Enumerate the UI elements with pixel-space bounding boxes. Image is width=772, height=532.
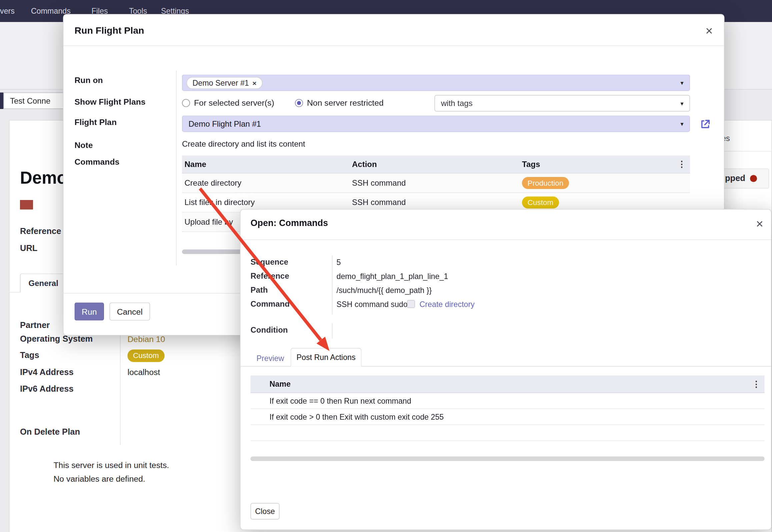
create-directory-link[interactable]: Create directory xyxy=(420,300,475,309)
col-tags[interactable]: Tags xyxy=(522,160,678,169)
tab-general-label: General xyxy=(29,279,58,288)
label-column-divider xyxy=(176,71,177,266)
col-name[interactable]: Name xyxy=(270,380,752,389)
chevron-down-icon[interactable]: ▾ xyxy=(680,100,683,106)
server-chip-label: Demo Server #1 xyxy=(193,78,249,87)
modal-header-divider xyxy=(64,46,724,46)
toolbar-button-edge[interactable] xyxy=(0,93,4,109)
partner-label: Partner xyxy=(20,321,50,331)
flight-plan-select[interactable]: Demo Flight Plan #1 ▾ xyxy=(182,116,690,132)
kebab-menu-icon[interactable]: ⋮ xyxy=(752,379,765,389)
radio-selected-servers[interactable] xyxy=(182,99,190,107)
operating-system-label: Operating System xyxy=(20,334,93,344)
sequence-value: 5 xyxy=(337,258,341,267)
command-value: SSH command sudo xyxy=(337,300,408,309)
custom-tag-badge[interactable]: Custom xyxy=(522,196,559,209)
chevron-down-icon[interactable]: ▾ xyxy=(680,121,683,127)
actions-table-header: Name ⋮ xyxy=(251,376,765,393)
radio-selected-dot xyxy=(297,101,301,105)
modal-header-divider xyxy=(241,240,771,240)
tab-general[interactable]: General xyxy=(20,274,67,293)
condition-divider xyxy=(332,323,333,339)
card-tab-border xyxy=(725,151,772,152)
reference-label: Reference xyxy=(20,227,61,237)
action-name: If exit code > 0 then Exit with custom e… xyxy=(270,412,765,421)
sequence-label: Sequence xyxy=(251,258,288,267)
run-on-select[interactable]: Demo Server #1 × ▾ xyxy=(182,75,690,91)
run-button[interactable]: Run xyxy=(75,303,104,321)
table-row[interactable]: If exit code > 0 then Exit with custom e… xyxy=(251,409,765,425)
screenshot-stage: vers Commands Files Tools Settings Test … xyxy=(0,0,772,532)
flight-plan-value: Demo Flight Plan #1 xyxy=(189,119,261,128)
post-run-actions-table: Name ⋮ If exit code == 0 then Run next c… xyxy=(251,376,765,441)
plan-description: Create directory and list its content xyxy=(182,140,305,149)
nav-item-servers[interactable]: vers xyxy=(0,0,15,22)
commands-modal-title: Open: Commands xyxy=(251,218,328,229)
tab-post-run-actions-label: Post Run Actions xyxy=(296,353,355,362)
status-label-fragment: pped xyxy=(725,174,745,184)
ipv4-value: localhost xyxy=(128,368,160,377)
ipv4-label: IPv4 Address xyxy=(20,368,74,378)
show-flight-plans-label: Show Flight Plans xyxy=(75,97,146,107)
close-icon[interactable]: × xyxy=(756,218,763,230)
server-title: Demo xyxy=(20,168,67,188)
path-value: /such/much/{{ demo_path }} xyxy=(337,286,432,295)
color-swatch[interactable] xyxy=(20,200,33,210)
radio-non-server-restricted-label[interactable]: Non server restricted xyxy=(307,98,384,108)
ipv6-label: IPv6 Address xyxy=(20,384,74,394)
col-action[interactable]: Action xyxy=(352,160,522,169)
on-delete-plan-label: On Delete Plan xyxy=(20,427,80,437)
row-name: List files in directory xyxy=(182,198,352,207)
custom-tag-badge[interactable]: Custom xyxy=(128,350,165,362)
commands-label: Commands xyxy=(75,157,120,167)
close-button[interactable]: Close xyxy=(251,503,280,520)
path-label: Path xyxy=(251,286,268,295)
reference-value: demo_flight_plan_1_plan_line_1 xyxy=(337,272,448,281)
with-tags-select[interactable]: with tags ▾ xyxy=(435,95,690,112)
kebab-menu-icon[interactable]: ⋮ xyxy=(678,159,690,170)
radio-selected-servers-label[interactable]: For selected server(s) xyxy=(194,98,274,108)
row-tags: Production xyxy=(522,177,690,189)
run-on-label: Run on xyxy=(75,76,103,85)
condition-label: Condition xyxy=(251,326,288,335)
note-label: Note xyxy=(75,141,93,150)
production-tag-badge[interactable]: Production xyxy=(522,177,569,189)
field-column-divider xyxy=(332,256,333,315)
tab-post-run-actions[interactable]: Post Run Actions xyxy=(291,348,362,367)
tags-label: Tags xyxy=(20,351,39,361)
reference-label: Reference xyxy=(251,272,289,281)
row-tags: Custom xyxy=(522,196,690,209)
run-modal-title: Run Flight Plan xyxy=(75,25,144,36)
command-label: Command xyxy=(251,300,290,309)
table-row[interactable]: If exit code == 0 then Run next command xyxy=(251,393,765,409)
empty-row xyxy=(251,425,765,441)
test-connection-button[interactable]: Test Conne xyxy=(4,93,69,109)
operating-system-value[interactable]: Debian 10 xyxy=(128,335,165,344)
with-tags-value: with tags xyxy=(441,99,473,108)
cancel-button[interactable]: Cancel xyxy=(110,303,150,321)
open-commands-modal: Open: Commands × Sequence Reference Path… xyxy=(240,209,772,530)
close-icon[interactable]: × xyxy=(706,25,713,37)
variables-note: No variables are defined. xyxy=(54,474,145,484)
table-row[interactable]: Create directory SSH command Production xyxy=(182,174,690,193)
commands-table-header: Name Action Tags ⋮ xyxy=(182,156,690,174)
tab-preview[interactable]: Preview xyxy=(257,354,284,363)
command-checkbox[interactable] xyxy=(407,300,415,308)
server-chip[interactable]: Demo Server #1 × xyxy=(187,77,263,89)
radio-non-server-restricted[interactable] xyxy=(295,99,303,107)
chevron-down-icon[interactable]: ▾ xyxy=(680,80,683,86)
horizontal-scrollbar[interactable] xyxy=(251,457,765,461)
external-link-icon[interactable] xyxy=(700,119,711,132)
url-label: URL xyxy=(20,244,37,254)
unit-test-note: This server is used in unit tests. xyxy=(54,461,169,470)
field-divider xyxy=(120,320,121,445)
action-name: If exit code == 0 then Run next command xyxy=(270,396,765,405)
col-name[interactable]: Name xyxy=(182,160,352,169)
tab-bar-line xyxy=(9,292,20,293)
status-stopped-dot-icon xyxy=(750,175,757,182)
scrollbar-thumb[interactable] xyxy=(251,457,765,461)
row-action: SSH command xyxy=(352,179,522,188)
chip-remove-icon[interactable]: × xyxy=(252,79,256,87)
tags-value[interactable]: Custom xyxy=(128,350,165,362)
flight-plan-label: Flight Plan xyxy=(75,118,117,127)
